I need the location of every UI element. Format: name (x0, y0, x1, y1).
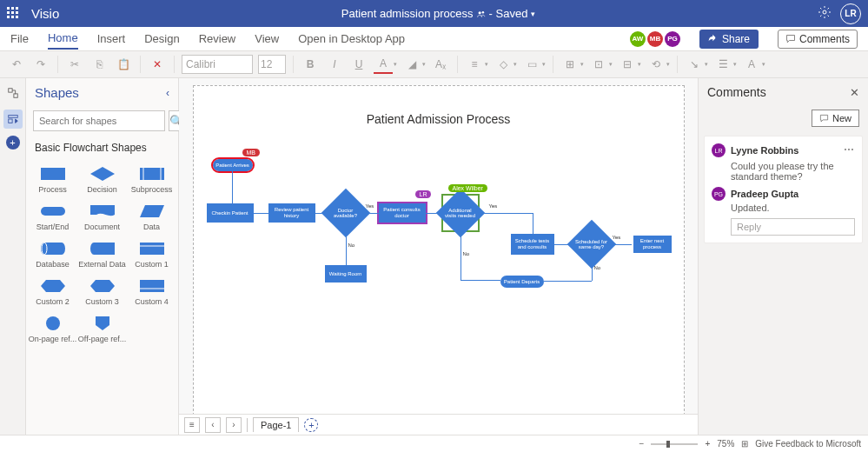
shape-additional-visits[interactable]: Additional visits needed (443, 196, 478, 230)
font-size-select[interactable] (258, 55, 286, 74)
tab-design[interactable]: Design (144, 29, 179, 49)
clear-format-button[interactable]: Aᵪ (431, 55, 450, 74)
bold-button[interactable]: B (301, 55, 320, 74)
close-comments-icon[interactable]: ✕ (850, 86, 859, 99)
comments-toggle-button[interactable]: Comments (778, 30, 858, 49)
comments-label: Comments (799, 33, 850, 45)
cut-button[interactable]: ✂ (65, 55, 84, 74)
collapse-shapes-icon[interactable]: ‹ (166, 87, 169, 99)
comment-more-icon[interactable]: ⋯ (844, 143, 855, 156)
shape-custom-1[interactable]: Custom 1 (127, 237, 176, 271)
font-name-select[interactable] (182, 55, 253, 74)
fill-color-button[interactable]: ◇▾ (494, 55, 517, 74)
shape-database[interactable]: Database (28, 237, 77, 271)
tab-home[interactable]: Home (48, 28, 78, 50)
shape-checkin-patient[interactable]: Checkin Patient (207, 203, 254, 223)
tab-file[interactable]: File (10, 29, 29, 49)
reply-input[interactable]: Reply (731, 218, 855, 236)
rotate-button[interactable]: ⟲▾ (646, 55, 670, 74)
settings-icon[interactable] (818, 5, 832, 22)
highlight-button[interactable]: ◢▾ (402, 55, 426, 74)
presence-aw[interactable]: AW (630, 31, 646, 47)
shape-patient-consults[interactable]: Patient consults doctor (379, 203, 426, 223)
app-launcher-icon[interactable] (7, 7, 21, 21)
open-in-desktop[interactable]: Open in Desktop App (298, 29, 405, 49)
group-button[interactable]: ⊟▾ (618, 55, 641, 74)
zoom-percent[interactable]: 75% (717, 439, 734, 449)
share-button[interactable]: Share (699, 30, 759, 49)
canvas-viewport[interactable]: Patient Admission Process Patient Arrive… (179, 78, 698, 414)
shape-decision[interactable]: Decision (77, 163, 127, 196)
share-label: Share (722, 33, 750, 45)
shape-patient-departs[interactable]: Patient Departs (500, 276, 544, 288)
tab-review[interactable]: Review (199, 29, 236, 49)
shape-process[interactable]: Process (28, 163, 77, 196)
shape-off-page-ref[interactable]: Off-page ref... (77, 312, 127, 346)
connector-button[interactable]: ↘▾ (685, 55, 708, 74)
shape-patient-arrives[interactable]: Patient Arrives (213, 159, 253, 171)
shape-data[interactable]: Data (127, 200, 176, 234)
zoom-out-button[interactable]: − (639, 439, 645, 449)
chevron-down-icon[interactable]: ▾ (531, 10, 535, 18)
underline-button[interactable]: U (349, 55, 368, 74)
position-button[interactable]: ⊡▾ (589, 55, 613, 74)
undo-button[interactable]: ↶ (7, 55, 26, 74)
align-button[interactable]: ≡▾ (465, 55, 488, 74)
page-list-button[interactable]: ≡ (184, 417, 200, 433)
italic-button[interactable]: I (325, 55, 344, 74)
tab-insert[interactable]: Insert (97, 29, 126, 49)
shape-schedule-tests[interactable]: Schedule tests and consults (511, 234, 554, 255)
redo-button[interactable]: ↷ (31, 55, 50, 74)
title-bar: Visio Patient admission process - Saved … (0, 0, 868, 27)
arrange-button[interactable]: ⊞▾ (560, 55, 584, 74)
paste-button[interactable]: 📋 (114, 55, 133, 74)
svg-point-21 (46, 316, 60, 330)
zoom-slider[interactable] (651, 443, 698, 445)
next-page-button[interactable]: › (226, 417, 242, 433)
comment-thread[interactable]: ⋯ LR Lyyne Robbins Could you please try … (704, 136, 863, 243)
status-bar: − + 75% ⊞ Give Feedback to Microsoft (0, 435, 868, 452)
shape-review-history[interactable]: Review patient history (268, 203, 315, 223)
shape-external-data[interactable]: External Data (77, 237, 127, 271)
shape-doctor-available[interactable]: Doctor available? (328, 196, 363, 230)
text-button[interactable]: A▾ (742, 55, 765, 74)
svg-point-1 (481, 10, 484, 13)
shape-custom-3[interactable]: Custom 3 (77, 275, 127, 309)
new-comment-button[interactable]: New (812, 110, 859, 127)
svg-rect-5 (8, 116, 17, 118)
shape-custom-2[interactable]: Custom 2 (28, 275, 77, 309)
svg-point-0 (478, 11, 480, 14)
fit-to-window-icon[interactable]: ⊞ (741, 439, 748, 449)
svg-point-2 (823, 10, 826, 14)
shape-on-page-ref[interactable]: On-page ref... (28, 312, 77, 346)
feedback-link[interactable]: Give Feedback to Microsoft (755, 439, 861, 449)
document-title[interactable]: Patient admission process - Saved ▾ (59, 7, 818, 20)
copy-button[interactable]: ⎘ (89, 55, 109, 74)
presence-mb[interactable]: MB (647, 31, 663, 47)
shape-subprocess[interactable]: Subprocess (127, 163, 176, 196)
shape-document[interactable]: Document (77, 200, 127, 234)
presence-pg[interactable]: PG (665, 31, 680, 47)
shape-custom-4[interactable]: Custom 4 (127, 275, 176, 309)
prev-page-button[interactable]: ‹ (205, 417, 221, 433)
shape-waiting-room[interactable]: Waiting Room (325, 265, 367, 282)
delete-button[interactable]: ✕ (148, 55, 167, 74)
font-color-button[interactable]: A▾ (374, 55, 397, 74)
drawing-page[interactable]: Patient Admission Process Patient Arrive… (193, 85, 685, 414)
shape-scheduled-same-day[interactable]: Scheduled for same day? (574, 227, 609, 262)
rail-add-stencil[interactable]: + (6, 136, 20, 150)
tab-view[interactable]: View (255, 29, 279, 49)
shape-enter-next-process[interactable]: Enter next process (632, 236, 673, 253)
presence-badge-aw: Alex Wilber (448, 184, 487, 192)
shape-start-end[interactable]: Start/End (28, 200, 77, 234)
rail-stencil-1[interactable] (3, 83, 23, 103)
line-color-button[interactable]: ▭▾ (522, 55, 546, 74)
layers-button[interactable]: ☰▾ (713, 55, 737, 74)
reply-author-avatar: PG (712, 187, 726, 201)
page-tab-1[interactable]: Page-1 (253, 417, 299, 432)
zoom-in-button[interactable]: + (705, 439, 710, 449)
user-avatar[interactable]: LR (840, 3, 861, 24)
add-page-button[interactable]: + (304, 418, 318, 432)
rail-stencil-2[interactable] (3, 110, 23, 129)
shape-search-input[interactable] (33, 110, 165, 131)
